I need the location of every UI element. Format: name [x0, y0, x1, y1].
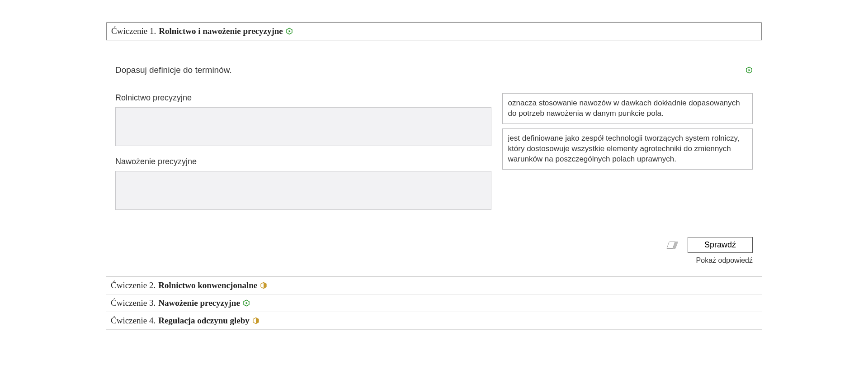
- exercise-card-4: Ćwiczenie 4. Regulacja odczynu gleby: [106, 312, 762, 330]
- match-area: Rolnictwo precyzyjne Nawożenie precyzyjn…: [115, 93, 753, 221]
- svg-marker-1: [288, 30, 290, 32]
- exercise-header[interactable]: Ćwiczenie 1. Rolnictwo i nawożenie precy…: [106, 22, 762, 40]
- eraser-icon[interactable]: [666, 242, 678, 249]
- drop-zone-2[interactable]: [115, 171, 491, 210]
- terms-column: Rolnictwo precyzyjne Nawożenie precyzyjn…: [115, 93, 491, 221]
- exercise-title: Nawożenie precyzyjne: [158, 298, 240, 308]
- exercise-number: Ćwiczenie 2.: [111, 280, 156, 290]
- exercise-number: Ćwiczenie 3.: [111, 298, 156, 308]
- exercise-list: Ćwiczenie 1. Rolnictwo i nawożenie precy…: [106, 22, 762, 330]
- svg-marker-7: [245, 302, 247, 304]
- exercise-body: Dopasuj definicje do terminów. Rolnictwo…: [106, 40, 762, 276]
- instruction-text: Dopasuj definicje do terminów.: [115, 65, 232, 75]
- difficulty-icon: [260, 282, 267, 289]
- exercise-title: Rolnictwo konwencjonalne: [158, 280, 257, 290]
- footer-row: Sprawdź: [115, 237, 753, 253]
- exercise-number: Ćwiczenie 1.: [111, 26, 156, 36]
- check-button[interactable]: Sprawdź: [688, 237, 753, 253]
- exercise-header[interactable]: Ćwiczenie 3. Nawożenie precyzyjne: [106, 294, 762, 312]
- term-label: Nawożenie precyzyjne: [115, 157, 491, 166]
- definition-card[interactable]: jest definiowane jako zespół technologii…: [502, 128, 753, 170]
- difficulty-icon: [252, 317, 259, 324]
- svg-marker-9: [256, 318, 259, 323]
- svg-marker-5: [264, 282, 266, 288]
- svg-marker-3: [749, 69, 750, 71]
- difficulty-icon: [243, 299, 250, 307]
- drop-zone-1[interactable]: [115, 107, 491, 146]
- difficulty-icon: [745, 66, 753, 74]
- exercise-card-3: Ćwiczenie 3. Nawożenie precyzyjne: [106, 294, 762, 312]
- definition-card[interactable]: oznacza stosowanie nawozów w dawkach dok…: [502, 93, 753, 124]
- exercise-card-1: Ćwiczenie 1. Rolnictwo i nawożenie precy…: [106, 22, 762, 277]
- exercise-header[interactable]: Ćwiczenie 2. Rolnictwo konwencjonalne: [106, 277, 762, 294]
- exercise-header[interactable]: Ćwiczenie 4. Regulacja odczynu gleby: [106, 312, 762, 329]
- definitions-column: oznacza stosowanie nawozów w dawkach dok…: [502, 93, 753, 221]
- exercise-title: Regulacja odczynu gleby: [158, 316, 250, 326]
- exercise-card-2: Ćwiczenie 2. Rolnictwo konwencjonalne: [106, 277, 762, 294]
- show-answer-link[interactable]: Pokaż odpowiedź: [115, 256, 753, 265]
- difficulty-icon: [286, 28, 293, 35]
- exercise-title: Rolnictwo i nawożenie precyzyjne: [159, 26, 283, 36]
- term-label: Rolnictwo precyzyjne: [115, 93, 491, 103]
- exercise-number: Ćwiczenie 4.: [111, 316, 156, 326]
